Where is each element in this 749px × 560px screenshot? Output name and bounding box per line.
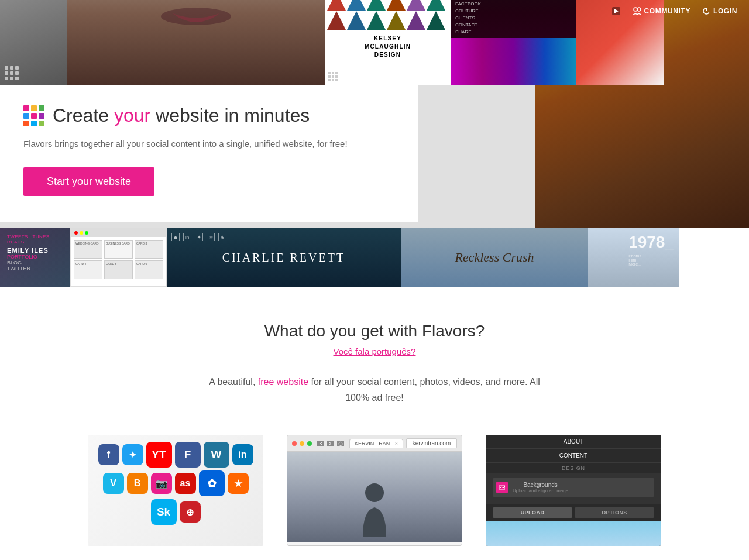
preview-emily: TWEETS TUNES READS EMILY ILES PORTFOLIO …: [0, 228, 70, 287]
mosaic-tile-bryce: Bryce Casselman PHOTOGRAPHY & VISUAL ART…: [451, 0, 576, 85]
login-nav-item[interactable]: LOGIN: [702, 7, 737, 15]
browser-content: [287, 452, 462, 542]
nav-play-button[interactable]: [612, 7, 620, 15]
svg-point-19: [365, 483, 384, 502]
bryce-text-content: Bryce Casselman PHOTOGRAPHY & VISUAL ART…: [451, 0, 576, 40]
kelsey-grid-icon: [328, 72, 338, 81]
mosaic-tile-portrait: [67, 0, 325, 85]
hero-subtitle: Flavors brings together all your social …: [23, 137, 351, 151]
hero-section: BEHANCE VIMEO LINKEDIN CONTACT KELSEY MC…: [0, 0, 749, 228]
power-icon: [702, 7, 710, 15]
biz-card: CARD 6: [135, 260, 163, 279]
emily-content: TWEETS TUNES READS EMILY ILES PORTFOLIO …: [0, 228, 70, 287]
preview-reckless: Reckless Crush: [401, 228, 588, 287]
link-icon: ⊕: [218, 233, 226, 241]
hero-logo-title: Create your website in minutes: [23, 105, 395, 126]
browser-url-bar: kervintran.com: [406, 438, 457, 448]
panel-about-row: ABOUT: [486, 435, 661, 449]
emily-tabs: TWEETS TUNES READS: [7, 234, 63, 245]
community-nav-item[interactable]: COMMUNITY: [632, 7, 690, 15]
social-collage: f✦YTFWinVB📷as✿★Sk⊕: [88, 435, 263, 546]
feature-browser-mock: KERVIN TRAN × kervintran.com: [287, 435, 462, 546]
year-subitems: Photos Film More...: [628, 254, 641, 266]
year-content: 1978_ Photos Film More...: [588, 228, 679, 287]
community-icon: [632, 7, 641, 15]
kelsey-triangle-cell: [387, 0, 406, 11]
emily-nav: BLOG TWITTER: [7, 260, 63, 272]
language-link[interactable]: Você fala português?: [12, 346, 737, 356]
kelsey-triangle-cell: [327, 11, 346, 30]
kelsey-triangle-cell: [327, 0, 346, 11]
social-icon-sk: Sk: [151, 499, 177, 525]
biz-card: BUSINESS CARD: [104, 240, 133, 259]
bryce-link-item: CONTACT: [455, 22, 572, 29]
social-icon-as: as: [175, 473, 196, 494]
refresh-button: [337, 441, 344, 446]
panel-item-sub: Upload and align an image: [513, 488, 568, 493]
kelsey-triangle-cell: [387, 11, 406, 30]
maximize-button-dot: [307, 441, 312, 446]
community-label: COMMUNITY: [644, 7, 690, 15]
feature-design-panel: ABOUT CONTENT DESIGN Backgrounds Upload …: [486, 435, 661, 546]
minimize-button-dot: [300, 441, 304, 446]
close-dot: [74, 231, 78, 235]
close-button-dot: [292, 441, 297, 446]
social-icon-xx: 📷: [151, 473, 172, 494]
emily-portfolio: PORTFOLIO: [7, 254, 63, 260]
social-icon-v: V: [103, 473, 124, 494]
browser-bar: [71, 229, 166, 237]
play-icon: [612, 7, 620, 15]
kelsey-triangle-cell: [347, 0, 366, 11]
section-title: What do you get with Flavors?: [12, 322, 737, 341]
panel-content-area: Backgrounds Upload and align an image: [486, 473, 661, 504]
portrait-svg: [138, 0, 255, 37]
linkedin-icon: in: [183, 233, 191, 241]
bryce-links: BIOBLOGPORTFOLIOTWITTERVISUAL ARTFACEBOO…: [455, 0, 572, 36]
social-icon-yt: YT: [146, 442, 172, 468]
kelsey-triangle-cell: [367, 11, 386, 30]
panel-backgrounds-item: Backgrounds Upload and align an image: [493, 478, 654, 497]
feature-social-icons: f✦YTFWinVB📷as✿★Sk⊕: [88, 435, 263, 546]
biz-card: WEDDING CARD: [74, 240, 102, 259]
svg-point-3: [637, 8, 641, 11]
svg-marker-18: [342, 443, 343, 444]
bryce-link-item: CLIENTS: [455, 15, 572, 22]
main-content-section: What do you get with Flavors? Você fala …: [0, 287, 749, 560]
options-button[interactable]: OPTIONS: [575, 507, 654, 518]
svg-point-2: [634, 8, 637, 11]
upload-button[interactable]: UPLOAD: [493, 507, 572, 518]
top-nav: COMMUNITY LOGIN: [600, 0, 749, 22]
hero-cta-panel: Create your website in minutes Flavors b…: [0, 85, 418, 222]
kelsey-triangle-grid: [325, 0, 451, 32]
mail-icon: ✉: [207, 233, 215, 241]
biz-card: CARD 4: [74, 260, 102, 279]
bryce-link-item: SHARE: [455, 29, 572, 36]
mosaic-tile-kelsey: BEHANCE VIMEO LINKEDIN CONTACT KELSEY MC…: [325, 0, 451, 85]
preview-business-cards: WEDDING CARD BUSINESS CARD CARD 3 CARD 4…: [70, 228, 167, 287]
social-icon-f: F: [175, 442, 201, 468]
person-silhouette: [351, 478, 398, 537]
browser-tab: KERVIN TRAN ×: [349, 439, 403, 448]
social-icon-x: ⊕: [180, 501, 201, 523]
kelsey-triangle-cell: [427, 0, 445, 11]
social-icon-b: B: [127, 473, 148, 494]
emily-name: EMILY ILES: [7, 247, 63, 254]
biz-card: CARD 5: [104, 260, 133, 279]
features-row: f✦YTFWinVB📷as✿★Sk⊕ KERVIN TRAN: [12, 435, 737, 546]
home-icon: [171, 233, 180, 241]
social-icon-w: W: [204, 442, 229, 468]
bryce-link-item: COUTURE: [455, 8, 572, 15]
back-button: [317, 441, 324, 446]
start-website-button[interactable]: Start your website: [23, 167, 154, 196]
social-icon-x: ✦: [122, 444, 143, 465]
kelsey-name: KELSEY MCLAUGHLIN DESIGN: [325, 32, 451, 61]
svg-point-17: [161, 8, 231, 25]
biz-card: CARD 3: [135, 240, 163, 259]
social-icon-in: in: [232, 444, 253, 465]
maximize-dot: [85, 231, 88, 235]
business-cards-grid: WEDDING CARD BUSINESS CARD CARD 3 CARD 4…: [71, 237, 166, 282]
minimize-dot: [80, 231, 83, 235]
section-description: A beautiful, free website for all your s…: [199, 374, 550, 406]
preview-year: 1978_ Photos Film More...: [588, 228, 679, 287]
preview-strip: TWEETS TUNES READS EMILY ILES PORTFOLIO …: [0, 228, 749, 287]
